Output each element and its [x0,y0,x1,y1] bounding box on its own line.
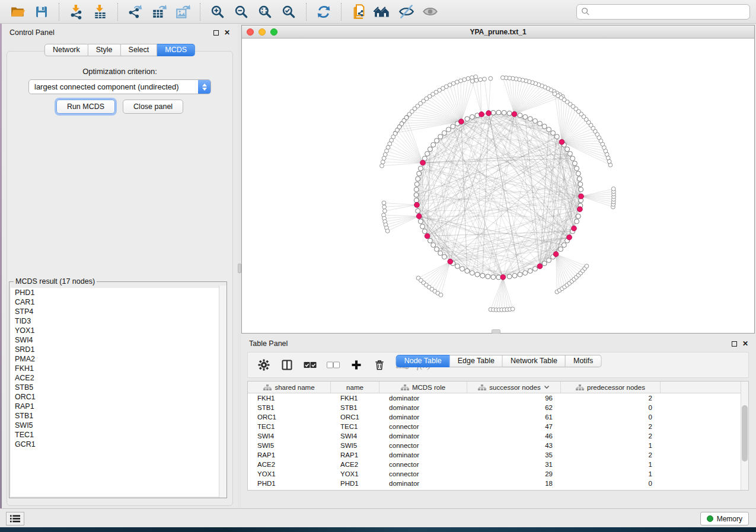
delete-column-button[interactable] [371,356,388,374]
open-session-icon [10,4,25,20]
table-cell: RAP1 [248,450,331,460]
mcds-result-item[interactable]: YOX1 [11,326,225,335]
optimization-criterion-label: Optimization criterion: [7,67,232,76]
mcds-result-item[interactable]: STP4 [11,307,225,316]
window-zoom-icon[interactable] [270,28,277,36]
mcds-result-item[interactable]: GCR1 [11,440,225,449]
mcds-list-scrollbar[interactable] [219,286,227,498]
import-network-button[interactable] [66,2,87,21]
mcds-result-item[interactable]: FKH1 [11,364,225,373]
zoom-selected-button[interactable] [278,2,299,21]
table-cell: FKH1 [248,393,331,403]
hide-selected-button[interactable] [395,2,417,21]
mcds-result-item[interactable]: RAP1 [11,402,225,411]
mcds-result-item[interactable]: ACE2 [11,373,225,383]
refresh-button[interactable] [313,2,334,21]
table-settings-button[interactable] [255,356,273,374]
export-image-icon [175,4,190,20]
column-header-shared-name[interactable]: shared name [248,382,331,393]
mcds-result-item[interactable]: PHD1 [11,288,225,297]
create-column-button[interactable] [347,356,365,374]
mcds-result-item[interactable]: PMA2 [11,354,225,364]
show-columns-button[interactable] [278,356,296,374]
table-cell: RAP1 [331,450,379,460]
close-panel-button[interactable]: Close panel [123,100,183,114]
mcds-result-item[interactable]: SRD1 [11,345,225,354]
search-input[interactable] [593,7,745,17]
table-scrollbar-thumb[interactable] [742,405,748,462]
control-panel: Control Panel ✕ NetworkStyleSelectMCDS O… [2,24,238,508]
tab-network-table[interactable]: Network Table [503,355,566,367]
columns-icon [281,359,293,371]
window-close-icon[interactable] [247,28,254,36]
toolbar-separator [117,3,118,21]
float-panel-icon[interactable] [732,341,737,347]
open-session-button[interactable] [7,2,28,21]
window-minimize-icon[interactable] [259,28,266,36]
import-table-button[interactable] [90,2,111,21]
horizontal-splitter-handle[interactable] [492,329,500,334]
mcds-result-item[interactable]: STB1 [11,411,225,421]
export-network-button[interactable] [125,2,146,21]
memory-button[interactable]: Memory [700,512,749,525]
log-console-button[interactable] [6,512,24,525]
mcds-result-title: MCDS result (17 nodes) [14,277,97,286]
tab-node-table[interactable]: Node Table [396,355,450,367]
tab-mcds[interactable]: MCDS [157,44,195,56]
tab-select[interactable]: Select [121,44,158,56]
export-table-button[interactable] [148,2,170,21]
mcds-result-item[interactable]: STB5 [11,383,225,392]
zoom-selected-icon [281,4,296,20]
zoom-fit-icon [257,4,273,20]
tab-edge-table[interactable]: Edge Table [450,355,503,367]
table-cell: ORC1 [331,412,379,422]
mcds-result-item[interactable]: ORC1 [11,392,225,402]
table-cell: ORC1 [248,412,331,422]
zoom-in-button[interactable] [207,2,228,21]
table-scrollbar[interactable] [741,382,748,490]
mcds-result-item[interactable]: SWI4 [11,335,225,345]
show-selected-button[interactable] [419,2,441,21]
table-cell: PHD1 [331,479,379,488]
deselect-all-button[interactable] [324,356,342,374]
zoom-out-button[interactable] [231,2,252,21]
optimization-criterion-value: largest connected component (undirected) [34,82,179,91]
refresh-icon [316,4,331,20]
tab-motifs[interactable]: Motifs [566,355,601,367]
search-icon [581,7,590,16]
memory-label: Memory [717,515,742,523]
trash-icon [374,359,385,371]
select-all-button[interactable] [301,356,319,374]
export-image-button[interactable] [172,2,193,21]
clone-network-button[interactable] [348,2,369,21]
mcds-result-item[interactable]: SWI5 [11,421,225,430]
save-session-button[interactable] [31,2,52,21]
optimization-criterion-select[interactable]: largest connected component (undirected) [28,79,211,94]
close-panel-icon[interactable]: ✕ [742,341,748,347]
column-label: shared name [275,384,314,391]
houses-button[interactable] [372,2,393,21]
zoom-out-icon [234,4,249,20]
gear-icon [258,359,270,371]
status-bar: Memory [0,508,756,527]
mcds-result-item[interactable]: TEC1 [11,430,225,440]
mcds-result-item[interactable]: CAR1 [11,297,225,307]
tab-network[interactable]: Network [44,44,88,56]
main-toolbar [0,0,756,24]
close-panel-icon[interactable]: ✕ [224,30,230,36]
table-cell: YOX1 [331,469,379,479]
search-box[interactable] [576,4,750,20]
column-header-name[interactable]: name [331,382,379,393]
zoom-fit-button[interactable] [254,2,276,21]
toolbar-separator [200,3,200,21]
run-mcds-button[interactable]: Run MCDS [56,100,115,114]
network-window-titlebar[interactable]: YPA_prune.txt_1 [242,25,754,39]
float-panel-icon[interactable] [213,30,219,36]
save-session-icon [34,5,49,19]
network-canvas[interactable] [242,39,754,333]
houses-icon [374,4,391,20]
column-label: name [346,384,363,391]
mcds-result-item[interactable]: TID3 [11,316,225,326]
table-cell: PHD1 [248,479,331,488]
tab-style[interactable]: Style [88,44,121,56]
